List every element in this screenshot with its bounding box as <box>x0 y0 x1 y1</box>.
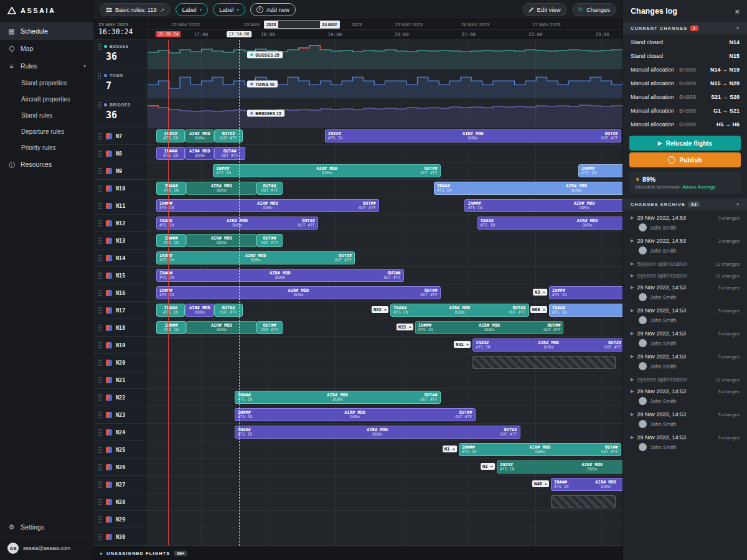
chart-area[interactable]: TOWS 40 <box>148 69 622 98</box>
stand-label-cell[interactable]: N13 <box>93 232 148 249</box>
stand-label-cell[interactable]: N27 <box>93 476 148 493</box>
gantt-track[interactable]: IN####TS INAIR# MODDURmOUT##OUT #TF <box>148 267 622 284</box>
gantt-track[interactable]: IN####TS INAIR# MODDURmOUT##OUT #TFN52 »… <box>148 302 622 319</box>
change-item[interactable]: Manual allocation · BA909N14 → N19 <box>623 63 747 77</box>
flight-bar[interactable]: OUT##OUT #TF <box>214 129 242 142</box>
drag-handle-icon[interactable] <box>98 202 102 209</box>
drag-handle-icon[interactable] <box>98 464 102 470</box>
flight-bar[interactable]: AIR# MODDURm <box>185 304 214 317</box>
archive-entry[interactable]: ▶29 Nov 2022, 14:533 changesJohn Smith <box>623 327 747 350</box>
gantt-track[interactable]: N1 »IN####TS INAIR# MODDURmOUT##OUT #TF <box>148 441 622 458</box>
flight-bar[interactable]: OUT##OUT #TF <box>256 182 283 195</box>
change-item[interactable]: Manual allocation · BA909G1 → S21 <box>623 104 747 118</box>
drag-handle-icon[interactable] <box>97 72 101 79</box>
drag-handle-icon[interactable] <box>98 342 102 348</box>
flight-bar[interactable]: IN####TS IN <box>156 182 186 195</box>
change-item[interactable]: Stand closedN15 <box>623 49 747 63</box>
scrubber-viewport[interactable]: 202324 MAY <box>264 21 340 29</box>
chart-area[interactable]: BRIDGES 15 <box>148 98 622 128</box>
archive-entry[interactable]: ▶29 Nov 2022, 14:533 changesJohn Smith <box>623 212 747 235</box>
gantt-track[interactable]: IN####TS INAIR# MODDURmOUT##OUT #TF <box>148 389 622 406</box>
stand-label-cell[interactable]: N8 <box>93 145 148 162</box>
flight-bar[interactable]: IN####TS INAIR# MODDURm <box>497 460 622 474</box>
drag-handle-icon[interactable] <box>98 516 102 523</box>
drag-handle-icon[interactable] <box>98 359 102 366</box>
flight-bar[interactable]: OUT##OUT #TF <box>256 321 283 334</box>
drag-handle-icon[interactable] <box>98 411 102 418</box>
drag-handle-icon[interactable] <box>97 43 101 50</box>
gantt-track[interactable]: IN####TS INAIR# MODDURmOUT##OUT #TF <box>148 232 622 249</box>
expand-triangle-icon[interactable]: ▶ <box>631 354 634 359</box>
sidebar-item-priority-rules[interactable]: Priority rules <box>0 139 93 156</box>
drag-handle-icon[interactable] <box>98 481 102 488</box>
flight-bar[interactable]: AIR# MODDURm <box>186 234 256 247</box>
drag-handle-icon[interactable] <box>98 394 102 401</box>
flight-bar[interactable]: IN####TS IN <box>156 234 186 247</box>
archive-entry[interactable]: ▶System optimization12 changes <box>623 269 747 281</box>
gantt-track[interactable] <box>148 493 622 510</box>
flight-bar[interactable]: IN####TS INAIR# MODDURmOUT##OUT #TF <box>156 286 441 299</box>
gantt-track[interactable] <box>148 354 622 371</box>
drag-handle-icon[interactable] <box>98 167 102 174</box>
drag-handle-icon[interactable] <box>98 185 102 192</box>
scrubber-handle-left[interactable]: 2023 <box>265 21 278 28</box>
flight-bar[interactable]: AIR# MODDURm <box>186 321 256 334</box>
flight-bar[interactable]: IN####TS INAIR# MODDURm <box>551 478 622 491</box>
sidebar-item-resources[interactable]: iResources <box>0 156 93 173</box>
stand-label-cell[interactable]: N24 <box>93 424 148 441</box>
flight-bar[interactable]: OUT##OUT #TF <box>214 147 245 160</box>
flight-bar[interactable]: IN####TS INAIR# MODDURm <box>434 182 622 195</box>
drag-handle-icon[interactable] <box>98 150 102 157</box>
gantt-track[interactable] <box>148 371 622 388</box>
flight-bar[interactable]: IN####TS IN <box>156 304 185 317</box>
stand-label-cell[interactable]: N26 <box>93 459 148 475</box>
stand-label-cell[interactable]: N10 <box>93 180 148 197</box>
expand-triangle-icon[interactable]: ▶ <box>631 273 634 278</box>
flight-bar[interactable]: IN####TS IN <box>549 286 622 299</box>
stand-label-cell[interactable]: N18 <box>93 319 148 336</box>
drag-handle-icon[interactable] <box>98 498 102 505</box>
drag-handle-icon[interactable] <box>98 237 102 244</box>
stand-label-cell[interactable]: N16 <box>93 284 148 301</box>
sidebar-item-rules[interactable]: ≡Rules▾ <box>0 57 93 75</box>
flight-bar[interactable]: IN####TS INAIR# MODDURmOUT##OUT #TF <box>235 391 441 404</box>
gantt-track[interactable]: IN####TS INAIR# MODDURmOUT##OUT #TFIN###… <box>148 162 622 179</box>
drag-handle-icon[interactable] <box>98 254 102 261</box>
drag-handle-icon[interactable] <box>98 429 102 436</box>
expand-triangle-icon[interactable]: ▶ <box>631 377 634 382</box>
expand-triangle-icon[interactable]: ▶ <box>631 308 634 313</box>
timeline-scrubber[interactable]: 22 MAY 202323 MAY202325 MAY 202326 MAY 2… <box>148 20 622 30</box>
flight-bar[interactable]: AIR# MODDURm <box>185 129 214 142</box>
stand-label-cell[interactable]: N28 <box>93 493 148 510</box>
sidebar-item-aircraft-properties[interactable]: Aircraft properties <box>0 91 93 107</box>
flight-bar[interactable]: IN####TS INAIR# MODDURm <box>464 199 622 212</box>
expand-triangle-icon[interactable]: ▶ <box>631 435 634 440</box>
stand-label-cell[interactable]: N7 <box>93 128 148 144</box>
flight-bar[interactable]: IN####TS INAIR# MODDURmOUT##OUT #TF <box>459 443 621 456</box>
stand-label-cell[interactable]: N15 <box>93 267 148 284</box>
stand-label-cell[interactable]: N25 <box>93 441 148 458</box>
archive-entry[interactable]: ▶29 Nov 2022, 14:533 changesJohn Smith <box>623 235 747 258</box>
change-item[interactable]: Manual allocation · BA909H5 → H6 <box>623 118 747 131</box>
user-account[interactable]: AS assaia@assaia.com <box>0 536 93 560</box>
archive-entry[interactable]: ▶29 Nov 2022, 14:533 changesJohn Smith <box>623 350 747 373</box>
gantt-track[interactable] <box>148 528 622 545</box>
flight-bar[interactable]: IN####TS INAIR# MODDURmOUT##OUT #TF <box>325 129 621 142</box>
flight-bar[interactable]: AIR# MODDURm <box>185 147 214 160</box>
current-changes-header[interactable]: CURRENT CHANGES 7 ▾ <box>623 22 747 34</box>
flight-bar[interactable]: IN####TS INAIR# MODDURmOUT##OUT #TF <box>156 199 379 212</box>
drag-handle-icon[interactable] <box>98 307 102 314</box>
gantt-track[interactable]: IN####TS INAIR# MODDURmOUT##OUT #TFN3 »I… <box>148 284 622 301</box>
sidebar-item-departure-rules[interactable]: Departure rules <box>0 123 93 139</box>
gantt-track[interactable]: N2 »IN####TS INAIR# MODDURm <box>148 459 622 475</box>
flight-bar[interactable]: IN####TS INAIR# MODDURmOUT##OUT #TF <box>390 304 529 317</box>
drag-handle-icon[interactable] <box>98 272 102 279</box>
basic-rules-chip[interactable]: Basic rules: 119 ↗ <box>100 3 171 16</box>
flight-bar[interactable]: AIR# MODDURm <box>186 182 256 195</box>
expand-triangle-icon[interactable]: ▶ <box>631 238 634 243</box>
sidebar-item-settings[interactable]: ⚙ Settings <box>0 518 93 536</box>
archive-entry[interactable]: ▶29 Nov 2022, 14:533 changesJohn Smith <box>623 408 747 431</box>
drag-handle-icon[interactable] <box>98 133 102 139</box>
changes-archive-header[interactable]: CHANGES ARCHIVE 43 ▾ <box>623 198 747 210</box>
gantt-track[interactable]: IN####TS INAIR# MODDURmOUT##OUT #TF <box>148 145 622 162</box>
